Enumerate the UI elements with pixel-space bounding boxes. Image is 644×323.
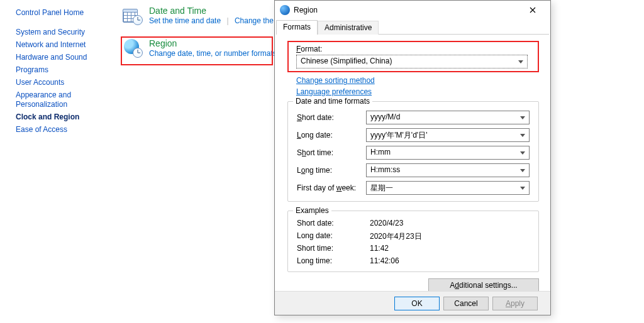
select-long-date[interactable]: yyyy'年'M'月'd'日' [366, 128, 530, 142]
example-short-time-value: 11:42 [370, 244, 389, 253]
control-panel-window: Control Panel Home System and Security N… [0, 0, 644, 323]
row-short-date: Short date: yyyy/M/d [297, 111, 530, 124]
label-long-time: Long time: [297, 166, 366, 175]
label-short-date: Short date: [297, 113, 366, 122]
region-dialog-icon [280, 5, 290, 15]
tab-formats[interactable]: Formats [276, 20, 318, 35]
example-long-time-value: 11:42:06 [370, 256, 399, 265]
tab-administrative[interactable]: Administrative [318, 21, 379, 35]
example-long-time-label: Long time: [297, 256, 332, 265]
dialog-title: Region [294, 6, 520, 14]
dialog-tabs: Formats Administrative [276, 19, 549, 35]
control-panel-content: Date and Time Set the time and date | Ch… [123, 5, 286, 69]
category-date-time: Date and Time Set the time and date | Ch… [123, 5, 286, 25]
dialog-titlebar: Region [275, 1, 550, 19]
nav-item-user-accounts[interactable]: User Accounts [16, 78, 104, 87]
link-change-formats[interactable]: Change date, time, or number formats [149, 49, 277, 58]
example-short-date-value: 2020/4/23 [370, 219, 403, 227]
row-first-day-of-week: First day of week: 星期一 [297, 181, 530, 195]
formats-panel: Format: Chinese (Simplified, China) Chan… [281, 37, 544, 297]
nav-item-network-internet[interactable]: Network and Internet [16, 40, 104, 50]
label-long-date: Long date: [297, 131, 366, 140]
close-button[interactable] [520, 2, 545, 18]
row-long-time: Long time: H:mm:ss [297, 163, 530, 177]
calendar-clock-icon [123, 5, 143, 25]
link-separator: | [226, 16, 228, 25]
nav-home[interactable]: Control Panel Home [16, 8, 104, 18]
region-dialog: Region Formats Administrative Format: Ch… [274, 0, 551, 315]
example-long-date-label: Long date: [297, 231, 333, 240]
group-date-time-formats-legend: Date and time formats [293, 97, 372, 106]
example-long-date-value: 2020年4月23日 [370, 231, 422, 242]
nav-item-ease-of-access[interactable]: Ease of Access [16, 125, 104, 134]
select-first-day-of-week[interactable]: 星期一 [366, 181, 530, 195]
label-first-day-of-week: First day of week: [297, 183, 366, 192]
dialog-footer: OK Cancel Apply [275, 291, 550, 315]
link-change-sorting-method[interactable]: Change sorting method [296, 76, 375, 85]
link-set-time-date[interactable]: Set the time and date [149, 16, 221, 25]
control-panel-nav: Control Panel Home System and Security N… [16, 5, 104, 138]
format-select[interactable]: Chinese (Simplified, China) [296, 55, 528, 68]
nav-item-appearance[interactable]: Appearance and Personalization [16, 90, 104, 109]
row-short-time: Short time: H:mm [297, 146, 530, 160]
nav-item-programs[interactable]: Programs [16, 65, 104, 75]
close-icon [530, 7, 536, 13]
nav-item-clock-region[interactable]: Clock and Region [16, 112, 104, 122]
label-short-time: Short time: [297, 148, 366, 157]
group-date-time-formats: Date and time formats Short date: yyyy/M… [287, 101, 539, 202]
format-label: Format: [296, 45, 322, 53]
select-long-time[interactable]: H:mm:ss [366, 163, 530, 177]
ok-button[interactable]: OK [394, 297, 440, 310]
category-region-title[interactable]: Region [149, 38, 286, 49]
select-short-time[interactable]: H:mm [366, 146, 530, 160]
globe-clock-icon [123, 38, 143, 58]
example-short-date-label: Short date: [297, 219, 334, 227]
link-language-preferences[interactable]: Language preferences [296, 87, 372, 96]
additional-settings-button[interactable]: Additional settings... [428, 278, 539, 292]
example-short-time-label: Short time: [297, 244, 333, 253]
cancel-button[interactable]: Cancel [443, 297, 489, 310]
format-select-value: Chinese (Simplified, China) [301, 57, 392, 65]
nav-item-hardware-sound[interactable]: Hardware and Sound [16, 53, 104, 62]
group-examples: Examples Short date: 2020/4/23 Long date… [287, 211, 539, 272]
category-date-time-title[interactable]: Date and Time [149, 5, 286, 16]
nav-item-system-security[interactable]: System and Security [16, 28, 104, 37]
row-long-date: Long date: yyyy'年'M'月'd'日' [297, 128, 530, 142]
apply-button[interactable]: Apply [492, 297, 538, 310]
category-region: Region Change date, time, or number form… [123, 38, 286, 58]
select-short-date[interactable]: yyyy/M/d [366, 111, 530, 124]
group-examples-legend: Examples [293, 206, 331, 215]
